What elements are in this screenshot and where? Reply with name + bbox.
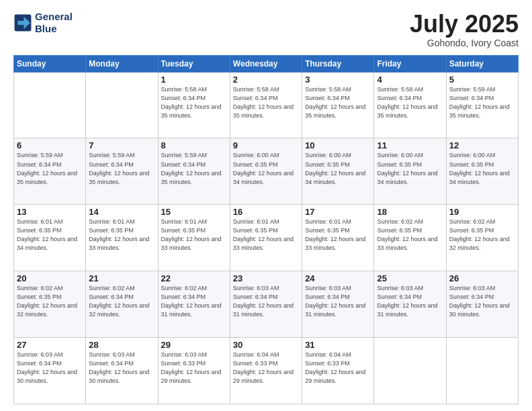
day-number: 1	[161, 75, 227, 85]
day-number: 19	[449, 207, 515, 217]
calendar-cell: 18Sunrise: 6:02 AMSunset: 6:35 PMDayligh…	[374, 205, 446, 271]
header: General Blue July 2025 Gohondo, Ivory Co…	[13, 11, 519, 48]
weekday-header: Monday	[86, 55, 158, 72]
calendar-cell: 20Sunrise: 6:02 AMSunset: 6:35 PMDayligh…	[14, 271, 86, 338]
day-number: 27	[17, 340, 83, 350]
day-info: Sunrise: 5:59 AMSunset: 6:34 PMDaylight:…	[449, 85, 515, 120]
calendar-cell: 21Sunrise: 6:02 AMSunset: 6:34 PMDayligh…	[86, 271, 158, 338]
calendar-cell: 11Sunrise: 6:00 AMSunset: 6:35 PMDayligh…	[374, 138, 446, 205]
day-info: Sunrise: 6:01 AMSunset: 6:35 PMDaylight:…	[17, 218, 83, 253]
calendar-week-row: 27Sunrise: 6:03 AMSunset: 6:34 PMDayligh…	[14, 338, 519, 404]
day-info: Sunrise: 6:02 AMSunset: 6:35 PMDaylight:…	[17, 284, 83, 319]
day-info: Sunrise: 5:58 AMSunset: 6:34 PMDaylight:…	[377, 85, 443, 120]
calendar-cell: 9Sunrise: 6:00 AMSunset: 6:35 PMDaylight…	[230, 138, 302, 205]
day-info: Sunrise: 6:03 AMSunset: 6:34 PMDaylight:…	[89, 351, 154, 385]
day-number: 28	[89, 340, 154, 350]
page: General Blue July 2025 Gohondo, Ivory Co…	[0, 0, 532, 411]
weekday-header: Tuesday	[158, 55, 230, 72]
day-info: Sunrise: 5:58 AMSunset: 6:34 PMDaylight:…	[161, 85, 227, 120]
calendar-cell: 31Sunrise: 6:04 AMSunset: 6:33 PMDayligh…	[302, 338, 374, 404]
calendar-cell: 23Sunrise: 6:03 AMSunset: 6:34 PMDayligh…	[230, 271, 302, 338]
day-number: 13	[17, 207, 83, 217]
day-number: 29	[161, 340, 227, 350]
day-info: Sunrise: 6:01 AMSunset: 6:35 PMDaylight:…	[305, 218, 371, 253]
calendar-cell: 2Sunrise: 5:58 AMSunset: 6:34 PMDaylight…	[230, 72, 302, 138]
day-number: 17	[305, 207, 371, 217]
calendar-cell: 17Sunrise: 6:01 AMSunset: 6:35 PMDayligh…	[302, 205, 374, 271]
day-info: Sunrise: 6:01 AMSunset: 6:35 PMDaylight:…	[161, 218, 227, 253]
day-number: 6	[17, 140, 83, 150]
weekday-header-row: SundayMondayTuesdayWednesdayThursdayFrid…	[14, 55, 519, 72]
day-info: Sunrise: 6:03 AMSunset: 6:34 PMDaylight:…	[17, 351, 83, 385]
calendar-week-row: 6Sunrise: 5:59 AMSunset: 6:34 PMDaylight…	[14, 138, 519, 205]
calendar-cell: 4Sunrise: 5:58 AMSunset: 6:34 PMDaylight…	[374, 72, 446, 138]
calendar-cell	[14, 72, 86, 138]
day-info: Sunrise: 6:02 AMSunset: 6:35 PMDaylight:…	[449, 218, 515, 253]
day-number: 31	[305, 340, 371, 350]
calendar-cell: 24Sunrise: 6:03 AMSunset: 6:34 PMDayligh…	[302, 271, 374, 338]
calendar-cell: 14Sunrise: 6:01 AMSunset: 6:35 PMDayligh…	[86, 205, 158, 271]
logo-text: General Blue	[35, 11, 73, 35]
calendar-cell: 22Sunrise: 6:02 AMSunset: 6:34 PMDayligh…	[158, 271, 230, 338]
day-number: 22	[161, 273, 227, 283]
day-info: Sunrise: 6:03 AMSunset: 6:33 PMDaylight:…	[161, 351, 227, 385]
calendar-table: SundayMondayTuesdayWednesdayThursdayFrid…	[13, 55, 519, 404]
day-info: Sunrise: 6:02 AMSunset: 6:34 PMDaylight:…	[161, 284, 227, 319]
day-number: 23	[233, 273, 299, 283]
day-number: 18	[377, 207, 443, 217]
day-number: 24	[305, 273, 371, 283]
day-info: Sunrise: 6:02 AMSunset: 6:35 PMDaylight:…	[377, 218, 443, 253]
day-info: Sunrise: 6:03 AMSunset: 6:34 PMDaylight:…	[377, 284, 443, 319]
calendar-cell: 19Sunrise: 6:02 AMSunset: 6:35 PMDayligh…	[446, 205, 518, 271]
month-title: July 2025	[410, 11, 519, 38]
day-number: 2	[233, 75, 299, 85]
weekday-header: Friday	[374, 55, 446, 72]
day-info: Sunrise: 6:00 AMSunset: 6:35 PMDaylight:…	[449, 151, 515, 186]
day-info: Sunrise: 5:59 AMSunset: 6:34 PMDaylight:…	[89, 151, 154, 186]
weekday-header: Sunday	[14, 55, 86, 72]
day-number: 26	[449, 273, 515, 283]
calendar-cell: 30Sunrise: 6:04 AMSunset: 6:33 PMDayligh…	[230, 338, 302, 404]
calendar-cell: 16Sunrise: 6:01 AMSunset: 6:35 PMDayligh…	[230, 205, 302, 271]
calendar-cell	[446, 338, 518, 404]
day-number: 8	[161, 140, 227, 150]
weekday-header: Wednesday	[230, 55, 302, 72]
calendar-cell: 3Sunrise: 5:58 AMSunset: 6:34 PMDaylight…	[302, 72, 374, 138]
day-number: 10	[305, 140, 371, 150]
day-number: 16	[233, 207, 299, 217]
calendar-cell: 29Sunrise: 6:03 AMSunset: 6:33 PMDayligh…	[158, 338, 230, 404]
day-info: Sunrise: 5:58 AMSunset: 6:34 PMDaylight:…	[233, 85, 299, 120]
day-info: Sunrise: 6:04 AMSunset: 6:33 PMDaylight:…	[305, 351, 371, 385]
day-info: Sunrise: 5:58 AMSunset: 6:34 PMDaylight:…	[305, 85, 371, 120]
day-info: Sunrise: 6:03 AMSunset: 6:34 PMDaylight:…	[233, 284, 299, 319]
day-info: Sunrise: 6:00 AMSunset: 6:35 PMDaylight:…	[377, 151, 443, 186]
day-number: 15	[161, 207, 227, 217]
weekday-header: Saturday	[446, 55, 518, 72]
day-info: Sunrise: 6:00 AMSunset: 6:35 PMDaylight:…	[233, 151, 299, 186]
weekday-header: Thursday	[302, 55, 374, 72]
calendar-cell: 28Sunrise: 6:03 AMSunset: 6:34 PMDayligh…	[86, 338, 158, 404]
calendar-cell: 15Sunrise: 6:01 AMSunset: 6:35 PMDayligh…	[158, 205, 230, 271]
calendar-cell: 10Sunrise: 6:00 AMSunset: 6:35 PMDayligh…	[302, 138, 374, 205]
day-info: Sunrise: 6:01 AMSunset: 6:35 PMDaylight:…	[89, 218, 154, 253]
calendar-cell: 5Sunrise: 5:59 AMSunset: 6:34 PMDaylight…	[446, 72, 518, 138]
day-info: Sunrise: 5:59 AMSunset: 6:34 PMDaylight:…	[17, 151, 83, 186]
day-number: 30	[233, 340, 299, 350]
logo: General Blue	[13, 11, 73, 35]
calendar-cell: 27Sunrise: 6:03 AMSunset: 6:34 PMDayligh…	[14, 338, 86, 404]
day-info: Sunrise: 6:04 AMSunset: 6:33 PMDaylight:…	[233, 351, 299, 385]
calendar-week-row: 1Sunrise: 5:58 AMSunset: 6:34 PMDaylight…	[14, 72, 519, 138]
location: Gohondo, Ivory Coast	[410, 38, 519, 48]
calendar-cell: 26Sunrise: 6:03 AMSunset: 6:34 PMDayligh…	[446, 271, 518, 338]
day-number: 5	[449, 75, 515, 85]
day-info: Sunrise: 6:02 AMSunset: 6:34 PMDaylight:…	[89, 284, 154, 319]
calendar-cell: 13Sunrise: 6:01 AMSunset: 6:35 PMDayligh…	[14, 205, 86, 271]
day-number: 3	[305, 75, 371, 85]
calendar-cell: 12Sunrise: 6:00 AMSunset: 6:35 PMDayligh…	[446, 138, 518, 205]
day-number: 4	[377, 75, 443, 85]
calendar-week-row: 13Sunrise: 6:01 AMSunset: 6:35 PMDayligh…	[14, 205, 519, 271]
day-info: Sunrise: 6:03 AMSunset: 6:34 PMDaylight:…	[449, 284, 515, 319]
day-number: 9	[233, 140, 299, 150]
day-number: 25	[377, 273, 443, 283]
day-number: 21	[89, 273, 154, 283]
